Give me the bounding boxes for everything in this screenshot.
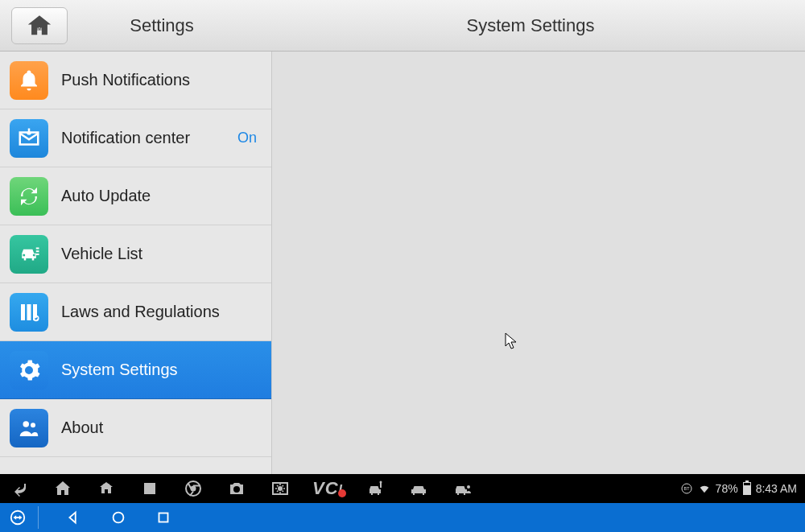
home-icon: M <box>26 12 53 39</box>
svg-point-17 <box>467 485 470 489</box>
svg-point-13 <box>233 486 240 493</box>
sidebar-item-label: Vehicle List <box>61 245 262 263</box>
car-list-icon <box>10 235 48 274</box>
clock-time: 8:43 AM <box>756 482 797 495</box>
svg-point-5 <box>33 315 39 321</box>
sidebar-item-label: About <box>61 419 262 437</box>
nav-recent-button[interactable] <box>153 507 174 528</box>
svg-rect-3 <box>27 304 31 320</box>
nav-back-button[interactable] <box>63 507 84 528</box>
settings-sidebar: Push Notifications Notification center O… <box>0 52 272 474</box>
svg-point-7 <box>31 423 35 427</box>
car-icon[interactable] <box>407 478 430 499</box>
battery-percent: 78% <box>716 482 738 495</box>
teamviewer-icon[interactable] <box>8 506 39 529</box>
svg-text:M: M <box>37 26 42 32</box>
brightness-icon[interactable] <box>269 478 291 499</box>
car-person-icon[interactable] <box>451 478 473 499</box>
sidebar-item-push-notifications[interactable]: Push Notifications <box>0 52 271 109</box>
back-icon[interactable] <box>8 478 31 499</box>
system-nav-bar <box>0 503 805 532</box>
svg-rect-22 <box>159 513 168 522</box>
header: M Settings System Settings <box>0 0 805 52</box>
gear-icon <box>10 351 48 390</box>
camera-icon[interactable] <box>225 478 248 499</box>
battery-icon <box>743 482 751 495</box>
bt-icon: BT <box>680 482 693 495</box>
refresh-icon <box>10 177 48 216</box>
app-status-bar: VCI BT 78% 8:43 AM <box>0 474 805 503</box>
sidebar-item-status: On <box>237 130 257 146</box>
car-key-icon[interactable] <box>364 478 386 499</box>
wifi-icon <box>698 482 711 495</box>
content-panel <box>272 52 805 474</box>
nav-home-button[interactable] <box>108 507 129 528</box>
svg-point-15 <box>278 486 283 491</box>
svg-rect-10 <box>144 483 155 494</box>
sidebar-item-notification-center[interactable]: Notification center On <box>0 109 271 167</box>
svg-point-9 <box>108 484 109 485</box>
sidebar-item-label: Push Notifications <box>61 71 262 89</box>
sidebar-item-label: System Settings <box>61 361 262 379</box>
chrome-icon[interactable] <box>182 478 204 499</box>
system-status-right: BT 78% 8:43 AM <box>680 482 797 495</box>
sidebar-item-label: Notification center <box>61 129 225 147</box>
sidebar-item-system-settings[interactable]: System Settings <box>0 341 271 399</box>
header-right-title: System Settings <box>256 15 805 36</box>
people-icon <box>10 409 48 447</box>
recent-apps-icon[interactable] <box>138 478 161 499</box>
sidebar-item-label: Auto Update <box>61 187 262 205</box>
sidebar-item-label: Laws and Regulations <box>61 303 262 321</box>
home-icon[interactable] <box>52 478 74 499</box>
svg-point-8 <box>103 484 105 485</box>
envelope-download-icon <box>10 119 48 158</box>
home-button[interactable]: M <box>11 7 68 44</box>
cursor-icon <box>504 332 520 354</box>
svg-rect-2 <box>21 304 25 320</box>
bell-icon <box>10 61 48 100</box>
header-left-title: Settings <box>68 15 256 36</box>
sidebar-item-auto-update[interactable]: Auto Update <box>0 167 271 225</box>
vci-status-icon[interactable]: VCI <box>312 478 343 499</box>
sidebar-item-laws-regulations[interactable]: Laws and Regulations <box>0 283 271 341</box>
sidebar-item-vehicle-list[interactable]: Vehicle List <box>0 225 271 283</box>
sidebar-item-about[interactable]: About <box>0 399 271 457</box>
svg-point-21 <box>114 513 124 523</box>
svg-text:BT: BT <box>683 486 690 491</box>
svg-point-16 <box>380 481 382 484</box>
svg-point-6 <box>23 421 30 427</box>
android-home-icon[interactable] <box>95 478 118 499</box>
books-icon <box>10 293 48 332</box>
